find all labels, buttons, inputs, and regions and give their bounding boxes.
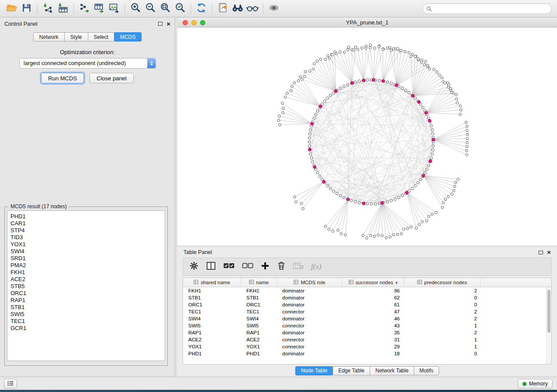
mcds-result-item[interactable]: CAR1 xyxy=(10,220,162,227)
status-bar: Memory xyxy=(0,377,557,390)
mcds-result-item[interactable]: SWI4 xyxy=(10,248,162,255)
search-input[interactable] xyxy=(422,3,552,14)
export-image-button[interactable] xyxy=(107,2,121,16)
table-scrollbar[interactable] xyxy=(546,287,551,364)
close-window-icon[interactable] xyxy=(183,20,188,25)
select-all-button[interactable] xyxy=(223,261,235,272)
column-header-mcds-role[interactable]: MCDS role xyxy=(277,278,343,287)
mcds-result-item[interactable]: SRD1 xyxy=(10,255,162,262)
glasses-icon xyxy=(246,3,259,14)
zoom-in-icon xyxy=(130,2,142,15)
task-history-button[interactable] xyxy=(4,379,17,389)
table-scrollbar-thumb[interactable] xyxy=(547,290,550,333)
maximize-window-icon[interactable] xyxy=(200,20,205,25)
zoom-in-button[interactable] xyxy=(128,2,143,16)
criterion-select[interactable]: largest connected component (undirected) xyxy=(19,58,156,69)
zoom-out-button[interactable] xyxy=(143,2,158,16)
export-table-button[interactable] xyxy=(92,2,107,16)
column-header-shared-name[interactable]: shared name xyxy=(183,278,241,287)
table-row[interactable]: FKH1FKH1dominator962 xyxy=(183,287,546,294)
save-session-button[interactable] xyxy=(19,2,34,16)
close-panel-icon[interactable]: × xyxy=(166,22,170,26)
tab-motifs[interactable]: Motifs xyxy=(414,366,439,375)
table-row[interactable]: SWI5SWI5connector431 xyxy=(183,322,546,329)
control-panel-title: Control Panel xyxy=(4,21,38,27)
show-hide-button[interactable] xyxy=(266,2,281,16)
table-row[interactable]: ACE2ACE2connector311 xyxy=(183,336,546,343)
zoom-fit-button[interactable] xyxy=(158,2,173,16)
zoom-selected-button[interactable] xyxy=(173,2,187,16)
mcds-result-item[interactable]: TID3 xyxy=(10,234,162,241)
mcds-result-item[interactable]: ORC1 xyxy=(10,290,162,297)
tab-node-table[interactable]: Node Table xyxy=(295,366,333,375)
chevron-updown-icon xyxy=(147,58,156,68)
mcds-result-list: PHD1CAR1STP4TID3YOX1SWI4SRD1PMA2FKH1ACE2… xyxy=(7,210,165,361)
mcds-result-item[interactable]: STB5 xyxy=(10,283,162,290)
mcds-result-item[interactable]: PHD1 xyxy=(10,213,162,220)
mcds-result-item[interactable]: RAP1 xyxy=(10,297,162,304)
mcds-result-item[interactable]: STP4 xyxy=(10,227,162,234)
table-row[interactable]: TEC1TEC1connector472 xyxy=(183,308,546,315)
share-document-button[interactable] xyxy=(215,2,230,16)
close-panel-button[interactable]: Close panel xyxy=(90,73,134,83)
tab-style[interactable]: Style xyxy=(64,32,88,41)
delete-table-button[interactable] xyxy=(293,262,304,272)
mcds-result-item[interactable]: YOX1 xyxy=(10,241,162,248)
eye-icon xyxy=(268,3,280,14)
folder-icon xyxy=(6,2,17,15)
table-row[interactable]: RAP1RAP1dominator352 xyxy=(183,329,546,336)
minimize-window-icon[interactable] xyxy=(191,20,197,25)
add-column-button[interactable] xyxy=(261,261,270,272)
criterion-selected-value: largest connected component (undirected) xyxy=(20,60,147,66)
network-window-titlebar[interactable]: YPA_prune.txt_1 xyxy=(177,18,557,28)
gear-icon xyxy=(189,261,199,272)
mcds-result-item[interactable]: SWI5 xyxy=(10,311,162,318)
show-columns-button[interactable] xyxy=(206,261,216,272)
table-row[interactable]: YOX1YOX1connector291 xyxy=(183,343,546,350)
toolbar-separator xyxy=(73,3,74,14)
unchecked-boxes-icon xyxy=(242,261,253,272)
table-row[interactable]: ORC1ORC1dominator610 xyxy=(183,301,546,308)
table-row[interactable]: PHD1PHD1dominator180 xyxy=(183,350,546,357)
import-table-button[interactable] xyxy=(55,2,70,16)
export-network-button[interactable] xyxy=(77,2,92,16)
memory-button[interactable]: Memory xyxy=(518,379,553,389)
run-mcds-button[interactable]: Run MCDS xyxy=(41,73,84,83)
tab-network[interactable]: Network xyxy=(33,32,65,41)
column-header-successor-nodes[interactable]: successor nodes▾ xyxy=(343,278,404,287)
table-panel-titlebar: Table Panel × xyxy=(177,247,557,258)
column-header-predecessor-nodes[interactable]: predecessor nodes xyxy=(404,278,481,287)
tab-edge-table[interactable]: Edge Table xyxy=(332,366,370,375)
network-canvas[interactable] xyxy=(177,28,557,245)
unselect-all-button[interactable] xyxy=(242,261,253,272)
mcds-result-item[interactable]: ACE2 xyxy=(10,276,162,283)
mcds-result-item[interactable]: PMA2 xyxy=(10,262,162,269)
delete-column-button[interactable] xyxy=(277,261,286,272)
mcds-result-item[interactable]: TEC1 xyxy=(10,318,162,325)
close-table-panel-icon[interactable]: × xyxy=(547,250,551,254)
inspect-button[interactable] xyxy=(245,2,260,16)
table-row[interactable]: SWI4SWI4dominator462 xyxy=(183,315,546,322)
search-network-button[interactable] xyxy=(230,2,245,16)
trash-icon xyxy=(277,261,286,272)
open-file-button[interactable] xyxy=(4,2,19,16)
table-row[interactable]: STB1STB1dominator620 xyxy=(183,294,546,301)
table-panel-title: Table Panel xyxy=(183,249,212,255)
network-nodes[interactable] xyxy=(277,44,469,240)
tab-mcds[interactable]: MCDS xyxy=(114,32,142,41)
column-header-name[interactable]: name xyxy=(241,278,277,287)
import-network-button[interactable] xyxy=(41,2,55,16)
binoculars-icon xyxy=(231,3,244,15)
node-table: shared name name MCDS role successor nod… xyxy=(183,278,552,364)
column-sort-icon xyxy=(249,280,254,285)
mcds-result-item[interactable]: STB1 xyxy=(10,304,162,311)
function-builder-button[interactable]: f(x) xyxy=(311,262,322,271)
tab-select[interactable]: Select xyxy=(88,32,114,41)
table-settings-button[interactable] xyxy=(189,261,199,272)
refresh-view-button[interactable] xyxy=(194,2,209,16)
mcds-result-item[interactable]: FKH1 xyxy=(10,269,162,276)
mcds-result-item[interactable]: GCR1 xyxy=(10,325,162,332)
tab-network-table[interactable]: Network Table xyxy=(370,366,414,375)
float-panel-icon[interactable] xyxy=(158,22,163,26)
float-table-panel-icon[interactable] xyxy=(539,251,543,254)
